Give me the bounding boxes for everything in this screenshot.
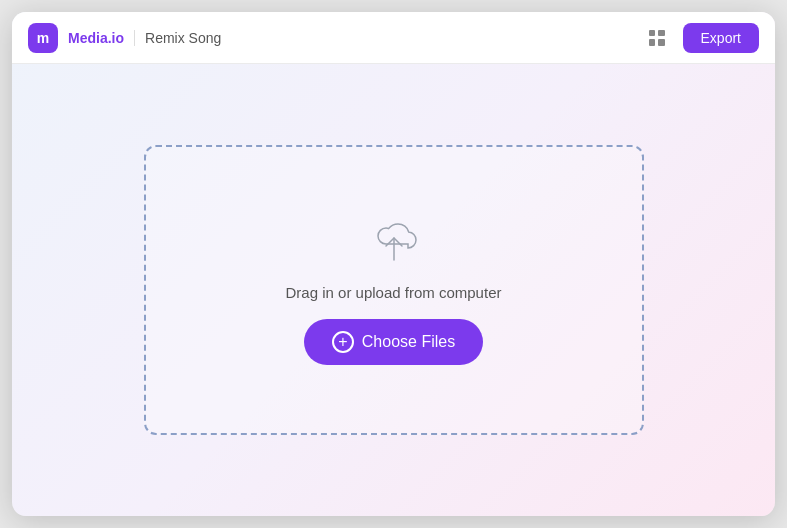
grid-view-button[interactable] xyxy=(641,22,673,54)
export-button[interactable]: Export xyxy=(683,23,759,53)
upload-cloud-icon xyxy=(364,216,424,266)
logo: m xyxy=(28,23,58,53)
drag-drop-text: Drag in or upload from computer xyxy=(286,284,502,301)
titlebar: m Media.io Remix Song Export xyxy=(12,12,775,64)
page-title: Remix Song xyxy=(145,30,221,46)
choose-files-label: Choose Files xyxy=(362,333,455,351)
choose-files-button[interactable]: + Choose Files xyxy=(304,319,483,365)
titlebar-right: Export xyxy=(641,22,759,54)
grid-icon xyxy=(649,30,665,46)
logo-text: m xyxy=(37,30,49,46)
main-content: Drag in or upload from computer + Choose… xyxy=(12,64,775,516)
titlebar-left: m Media.io Remix Song xyxy=(28,23,221,53)
plus-icon: + xyxy=(332,331,354,353)
title-separator xyxy=(134,30,135,46)
app-name: Media.io xyxy=(68,30,124,46)
drop-zone[interactable]: Drag in or upload from computer + Choose… xyxy=(144,145,644,435)
app-window: m Media.io Remix Song Export Drag in or xyxy=(12,12,775,516)
